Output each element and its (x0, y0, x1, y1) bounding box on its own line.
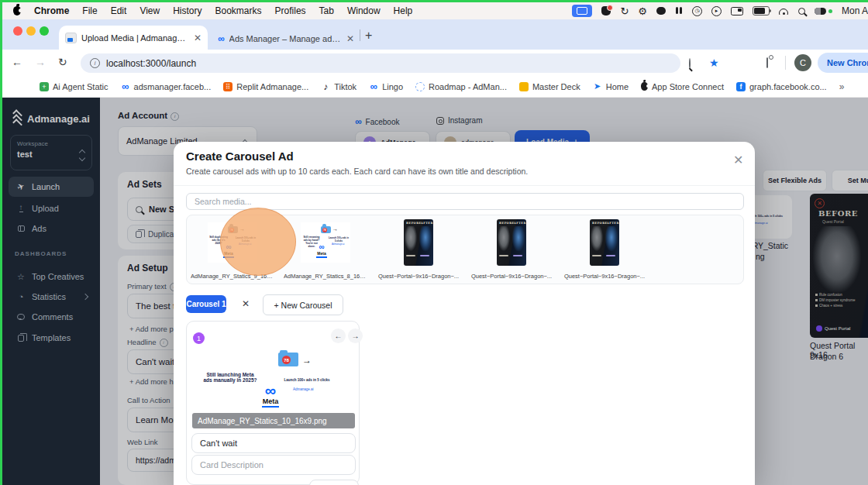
apple-icon (641, 82, 648, 91)
airpods-icon[interactable] (675, 7, 683, 15)
tiktok-icon: ♪ (321, 82, 330, 91)
time-machine-icon[interactable]: ◷ (692, 6, 702, 16)
control-center-icon[interactable] (815, 8, 832, 15)
close-tab-icon[interactable]: ✕ (346, 34, 354, 43)
prev-card-icon[interactable]: ← (331, 328, 346, 343)
menu-edit[interactable]: Edit (111, 5, 127, 16)
battery-icon[interactable] (753, 6, 770, 15)
meta-favicon: ∞ (218, 33, 225, 44)
sheets-icon (40, 82, 49, 91)
new-carousel-button[interactable]: + New Carousel (263, 294, 343, 315)
screen-share-icon[interactable] (572, 5, 592, 17)
new-tab-button[interactable]: + (365, 29, 372, 43)
card-action-button-partial[interactable] (309, 480, 359, 485)
spotlight-search-icon[interactable] (798, 8, 805, 15)
browser-tab-strip: Upload Media | Admanage.ai ✕ ∞ Ads Manag… (2, 19, 868, 50)
ad-preview-image: 78 → Still renaming ads by hand? You're … (301, 222, 350, 263)
menu-tab[interactable]: Tab (319, 5, 334, 16)
facebook-icon: f (736, 82, 746, 91)
divider (174, 185, 755, 186)
menu-history[interactable]: History (173, 5, 202, 16)
card-description-input[interactable] (191, 455, 356, 475)
screen: Chrome File Edit View History Bookmarks … (0, 0, 868, 485)
bookmark-lingo[interactable]: ∞Lingo (369, 82, 403, 91)
menu-profiles[interactable]: Profiles (275, 5, 306, 16)
bookmark-ai-agent-static[interactable]: Ai Agent Static (40, 82, 108, 91)
tab-favicon (65, 33, 77, 43)
site-info-icon[interactable]: i (90, 58, 100, 68)
chat-icon[interactable] (656, 7, 666, 15)
bookmark-roadmap[interactable]: Roadmap - AdMan... (415, 82, 507, 91)
deck-icon (519, 82, 529, 91)
forward-icon[interactable]: → (35, 56, 46, 68)
menu-bar-status-icons: ↻ ⚙ ◷ ▸ Mon A (572, 2, 868, 19)
tab-ads-manager[interactable]: ∞ Ads Manager – Manage ads – ✕ (213, 29, 359, 48)
screen-share-border (0, 0, 868, 2)
minimize-window-button[interactable] (26, 26, 36, 36)
bookmark-home[interactable]: ➤Home (593, 82, 629, 91)
address-bar[interactable]: i localhost:3000/launch (81, 53, 680, 73)
media-thumb-2[interactable]: 78 → Still renaming ads by hand? You're … (282, 218, 369, 281)
media-thumb-3[interactable]: BEFORE AFTER Quest~Portal~9x16~Dragon~..… (375, 218, 462, 281)
replit-icon: ⠿ (223, 82, 232, 91)
card-title-input[interactable] (191, 433, 356, 453)
tab-upload-media[interactable]: Upload Media | Admanage.ai ✕ (59, 26, 208, 50)
zoom-window-button[interactable] (40, 26, 49, 36)
meta-icon: ∞ (121, 82, 130, 91)
close-icon[interactable]: ✕ (733, 154, 743, 167)
wifi-icon[interactable] (779, 8, 789, 15)
close-window-button[interactable] (13, 26, 22, 36)
gear-icon[interactable]: ⚙ (638, 6, 647, 16)
carousel-tab-1[interactable]: Carousel 1 (186, 295, 226, 313)
card-filename-bar: AdManage_RY_Statics_10_16x9.png (192, 413, 355, 428)
next-card-icon[interactable]: → (348, 328, 363, 343)
menu-bar-clock[interactable]: Mon A (842, 5, 868, 16)
menu-chrome[interactable]: Chrome (34, 5, 69, 16)
close-tab-icon[interactable]: ✕ (194, 33, 202, 43)
bookmark-graph-facebook[interactable]: fgraph.facebook.co... (736, 82, 827, 91)
bookmark-master-deck[interactable]: Master Deck (519, 82, 580, 91)
modal-title: Create Carousel Ad (186, 150, 294, 163)
remove-carousel-icon[interactable]: ✕ (242, 298, 250, 309)
profile-avatar[interactable]: C (794, 54, 811, 71)
media-thumb-label: Quest~Portal~9x16~Dragon~... (377, 273, 460, 280)
bookmarks-overflow-icon[interactable]: » (839, 81, 845, 92)
selection-highlight (220, 208, 296, 276)
bookmark-adsmanager[interactable]: ∞adsmanager.faceb... (121, 82, 212, 91)
screen-share-border (0, 0, 2, 485)
menu-bookmarks[interactable]: Bookmarks (215, 5, 262, 16)
meta-infinity-icon: ∞ (313, 244, 330, 251)
zoom-page-icon[interactable] (689, 58, 691, 69)
home-arrow-icon: ➤ (593, 82, 602, 91)
sync-icon[interactable]: ↻ (620, 6, 629, 16)
tab-title: Ads Manager – Manage ads – (229, 34, 342, 43)
media-thumb-label: AdManage_RY_Statics_8_16x... (284, 273, 367, 280)
media-thumb-4[interactable]: BEFORE AFTER Quest~Portal~9x16~Dragon~..… (468, 218, 555, 281)
url-text: localhost:3000/launch (106, 58, 196, 69)
carousel-card-editor: 1 ← → 78 → Still launching Meta ads manu… (186, 321, 360, 485)
browser-toolbar: ← → ↻ i localhost:3000/launch ★ C New Ch… (2, 50, 868, 76)
menu-window[interactable]: Window (347, 5, 381, 16)
extensions-puzzle-icon[interactable] (766, 57, 768, 68)
notification-app-icon[interactable] (601, 6, 611, 15)
media-thumb-5[interactable]: BEFORE AFTER Quest~Portal~9x16~Dragon~..… (561, 218, 648, 281)
media-thumb-label: Quest~Portal~9x16~Dragon~... (470, 273, 553, 280)
apple-icon[interactable] (13, 6, 21, 15)
back-icon[interactable]: ← (12, 56, 22, 68)
menu-file[interactable]: File (82, 5, 97, 16)
play-circle-icon[interactable]: ▸ (711, 6, 722, 16)
menu-view[interactable]: View (140, 5, 160, 16)
new-chrome-button[interactable]: New Chrome (818, 53, 868, 73)
meta-infinity-icon: ∞ (256, 384, 285, 397)
meta-icon: ∞ (369, 82, 378, 91)
tab-divider (360, 29, 360, 41)
search-media-input[interactable] (186, 193, 744, 210)
bookmark-tiktok[interactable]: ♪Tiktok (321, 82, 356, 91)
menu-help[interactable]: Help (394, 5, 413, 16)
toolbar-divider (785, 56, 786, 70)
bookmark-star-icon[interactable]: ★ (709, 57, 719, 69)
window-card-icon[interactable] (731, 7, 743, 15)
bookmark-replit[interactable]: ⠿Replit Admanage... (223, 82, 308, 91)
bookmark-app-store-connect[interactable]: App Store Connect (641, 82, 724, 91)
reload-icon[interactable]: ↻ (58, 56, 67, 68)
